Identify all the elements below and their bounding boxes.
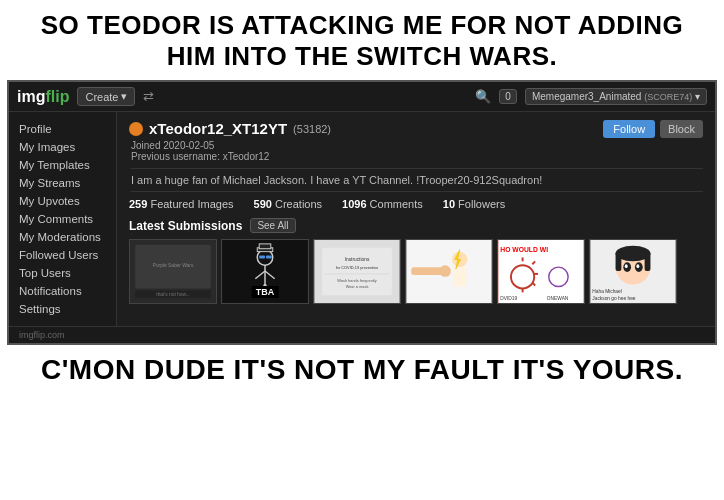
block-button[interactable]: Block [660,120,703,138]
meme-container: SO TEODOR IS ATTACKING ME FOR NOT ADDING… [0,0,724,500]
tba-label: TBA [252,286,279,298]
svg-text:Instructions: Instructions [345,258,370,263]
svg-point-47 [625,265,628,269]
profile-score: (53182) [293,123,331,135]
shuffle-icon[interactable]: ⇄ [143,89,154,104]
sidebar-item-my-upvotes[interactable]: My Upvotes [9,192,116,210]
meme-bottom-text: C'MON DUDE IT'S NOT MY FAULT IT'S YOURS. [0,345,724,397]
profile-bio: I am a huge fan of Michael Jackson. I ha… [131,168,703,192]
svg-rect-27 [453,268,467,287]
profile-buttons: Follow Block [603,120,703,138]
follow-button[interactable]: Follow [603,120,655,138]
stat-featured-images: 259 Featured Images [129,198,234,210]
svg-text:for COVID-19 prevention: for COVID-19 prevention [336,265,378,270]
svg-text:HO WOULD WI: HO WOULD WI [500,246,548,253]
svg-text:Jackson go hee hee: Jackson go hee hee [592,296,636,301]
svg-point-48 [636,265,639,269]
svg-rect-44 [645,252,651,271]
svg-text:that's not how...: that's not how... [156,293,189,298]
chevron-down-icon: ▾ [695,91,700,102]
screenshot-footer: imgflip.com [9,326,715,343]
stats-row: 259 Featured Images 590 Creations 1096 C… [129,198,703,210]
navbar: imgflip Create ▾ ⇄ 🔍 0 Memegamer3_Animat… [9,82,715,112]
profile-info-left: xTeodor12_XT12YT (53182) Joined 2020-02-… [129,120,331,162]
profile-joined: Joined 2020-02-05 [131,140,331,151]
svg-rect-43 [616,252,622,271]
sidebar-item-settings[interactable]: Settings [9,300,116,318]
svg-text:Wash hands frequently: Wash hands frequently [337,278,376,283]
navbar-username-score: (SCORE74) [644,92,692,102]
sidebar-item-my-comments[interactable]: My Comments [9,210,116,228]
thumbnail-2[interactable]: TBA [221,239,309,304]
svg-text:DVID19: DVID19 [500,296,517,301]
meme-top-text: SO TEODOR IS ATTACKING ME FOR NOT ADDING… [0,0,724,80]
navbar-username[interactable]: Memegamer3_Animated (SCORE74) ▾ [525,88,707,105]
profile-area: xTeodor12_XT12YT (53182) Joined 2020-02-… [117,112,715,326]
svg-rect-9 [259,256,265,259]
sidebar-item-profile[interactable]: Profile [9,120,116,138]
user-avatar-icon [129,122,143,136]
sidebar-item-my-moderations[interactable]: My Moderations [9,228,116,246]
see-all-button[interactable]: See All [250,218,295,233]
create-label: Create [85,91,118,103]
svg-text:Purple Saber Wars: Purple Saber Wars [153,264,194,269]
thumbnail-5[interactable]: HO WOULD WI DVID19 ONEWAN [497,239,585,304]
search-icon[interactable]: 🔍 [475,89,491,104]
sidebar-item-my-images[interactable]: My Images [9,138,116,156]
sidebar-item-notifications[interactable]: Notifications [9,282,116,300]
screenshot-area: imgflip Create ▾ ⇄ 🔍 0 Memegamer3_Animat… [7,80,717,345]
svg-point-25 [439,266,451,278]
profile-prev-username: Previous username: xTeodor12 [131,151,331,162]
sidebar-item-top-users[interactable]: Top Users [9,264,116,282]
latest-submissions-heading: Latest Submissions See All [129,218,703,233]
main-content: Profile My Images My Templates My Stream… [9,112,715,326]
sidebar-item-followed-users[interactable]: Followed Users [9,246,116,264]
stat-followers: 10 Followers [443,198,505,210]
svg-text:Haha Michael: Haha Michael [592,290,622,295]
stat-creations: 590 Creations [254,198,323,210]
create-button[interactable]: Create ▾ [77,87,135,106]
svg-text:Wear a mask: Wear a mask [346,285,369,290]
sidebar: Profile My Images My Templates My Stream… [9,112,117,326]
profile-header: xTeodor12_XT12YT (53182) Joined 2020-02-… [129,120,703,162]
footer-text: imgflip.com [19,330,65,340]
sidebar-item-my-streams[interactable]: My Streams [9,174,116,192]
profile-username[interactable]: xTeodor12_XT12YT [149,120,287,137]
chevron-down-icon: ▾ [121,90,127,103]
svg-text:ONEWAN: ONEWAN [547,296,569,301]
sidebar-item-my-templates[interactable]: My Templates [9,156,116,174]
notif-badge[interactable]: 0 [499,89,517,104]
thumbnail-4[interactable] [405,239,493,304]
imgflip-logo: imgflip [17,88,69,106]
thumbnails-row: Purple Saber Wars that's not how... [129,239,703,304]
thumbnail-3[interactable]: Instructions for COVID-19 prevention Was… [313,239,401,304]
stat-comments: 1096 Comments [342,198,423,210]
profile-name-row: xTeodor12_XT12YT (53182) [129,120,331,137]
thumbnail-1[interactable]: Purple Saber Wars that's not how... [129,239,217,304]
thumbnail-6[interactable]: Haha Michael Jackson go hee hee [589,239,677,304]
navbar-right: 🔍 0 Memegamer3_Animated (SCORE74) ▾ [475,88,707,105]
svg-rect-8 [259,244,271,249]
svg-rect-10 [266,256,272,259]
